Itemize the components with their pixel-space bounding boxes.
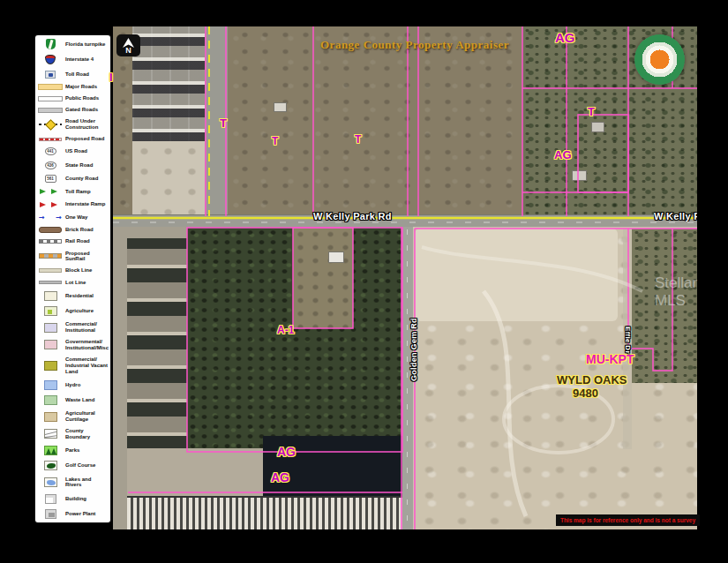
legend-item-label: Commercial/ Industrial Vacant Land <box>65 357 109 374</box>
map-viewport[interactable]: N <box>113 26 697 529</box>
curtilage-swatch <box>44 412 57 422</box>
proposed-road-swatch <box>39 138 62 141</box>
county-boundary-icon <box>44 429 57 439</box>
legend-item: Toll Road <box>38 71 109 79</box>
legend-item-label: Major Roads <box>65 84 109 90</box>
legend-item-label: Lakes and Rivers <box>65 477 109 489</box>
legend-item-label: Proposed SunRail <box>65 251 109 263</box>
legend-item-label: Agriculture <box>65 308 109 314</box>
aerial-dark-pond <box>263 436 402 496</box>
legend-item-label: State Road <box>65 162 109 169</box>
north-label: N <box>125 47 131 54</box>
legend-item-label: Golf Course <box>65 462 109 469</box>
lot-line-swatch <box>39 281 62 284</box>
legend-item: Proposed Road <box>38 136 109 142</box>
legend-item: One Way <box>38 214 109 221</box>
legend-item-label: Public Roads <box>65 95 109 101</box>
toll-road-icon <box>45 71 56 79</box>
legend-item-label: Brick Road <box>65 227 109 233</box>
legend-item: Residential <box>38 291 109 301</box>
legend-item: Lakes and Rivers <box>38 477 109 489</box>
legend-item: Proposed SunRail <box>38 251 109 263</box>
legend-item: Waste Land <box>38 395 109 405</box>
governmental-swatch <box>44 340 57 349</box>
legend-item: Toll Ramp <box>38 188 109 195</box>
residential-swatch <box>44 291 57 301</box>
gated-roads-swatch <box>38 108 63 113</box>
legend-item: County Boundary <box>38 428 109 440</box>
legend-item: Public Roads <box>38 95 109 101</box>
power-plant-icon <box>45 509 56 519</box>
aerial-storage-units-row <box>127 496 402 529</box>
legend-item-label: Interstate 4 <box>65 56 109 63</box>
legend-item-label: Toll Ramp <box>65 189 109 195</box>
legend-item-label: Block Line <box>65 267 109 274</box>
legend-item-label: Waste Land <box>65 397 109 403</box>
legend-item: Lot Line <box>38 280 109 286</box>
aerial-house-field <box>274 102 287 112</box>
aerial-inner-clearing-parcel <box>293 228 353 328</box>
aerial-golden-gem-road <box>402 227 413 529</box>
industrial-swatch <box>44 361 57 371</box>
map-disclaimer: This map is for reference only and is no… <box>556 514 700 526</box>
state-road-icon: 436 <box>45 161 56 169</box>
legend-item-label: Residential <box>65 293 109 299</box>
legend-item-label: Florida turnpike <box>65 41 109 48</box>
legend-item-label: Agricultural Curtilage <box>65 410 109 423</box>
aerial-effie-drive <box>623 229 632 449</box>
legend-item: Governmental/ Institutional/Misc <box>38 339 109 351</box>
legend-item-label: Parks <box>65 447 109 454</box>
legend-item-label: Road Under Construction <box>65 118 109 131</box>
aerial-kelly-park-road <box>113 214 697 228</box>
county-appraiser-seal <box>634 34 685 85</box>
legend-item: Agricultural Curtilage <box>38 410 109 423</box>
sunrail-swatch <box>39 253 62 259</box>
aerial-house-east-parcel <box>591 122 604 132</box>
legend-item-label: Gated Roads <box>65 107 109 113</box>
county-road-icon: 561 <box>45 175 56 183</box>
legend-item-label: Hydro <box>65 382 109 388</box>
legend-item: Agriculture <box>38 306 109 316</box>
aerial-bright-dirt-patch <box>415 229 618 321</box>
legend-item-label: Proposed Road <box>65 136 109 142</box>
aerial-cleared-dirt-nw <box>132 141 207 216</box>
interstate-icon <box>45 55 56 64</box>
legend-item-label: Lot Line <box>65 280 109 286</box>
legend-item: Major Roads <box>38 84 109 90</box>
legend-item: Florida turnpike <box>38 39 109 49</box>
legend-item-label: Commercial/ Institutional <box>65 321 109 334</box>
hydro-swatch <box>44 380 57 390</box>
toll-ramp-icon <box>39 188 62 195</box>
legend-item-label: County Boundary <box>65 428 109 440</box>
legend-item: Road Under Construction <box>38 118 109 131</box>
legend-item: 436 State Road <box>38 161 109 169</box>
aerial-house-clearing <box>328 251 344 263</box>
one-way-icon <box>39 214 62 221</box>
legend-item: Parks <box>38 446 109 455</box>
major-roads-swatch <box>38 84 63 90</box>
parks-icon <box>44 446 57 455</box>
aerial-warehouse-rows <box>127 238 187 450</box>
legend-list: Florida turnpike Interstate 4 Toll Road … <box>35 35 110 522</box>
aerial-house-ag-parcel <box>572 170 587 181</box>
legend-item: Rail Road <box>38 238 109 244</box>
legend-item: Commercial/ Institutional <box>38 321 109 334</box>
legend-item: 561 County Road <box>38 175 109 183</box>
legend-item-label: Building <box>65 496 109 502</box>
legend-item-label: Interstate Ramp <box>65 201 109 207</box>
legend-item-label: Governmental/ Institutional/Misc <box>65 339 109 351</box>
stellar-mls-watermark: Stellar MLS <box>655 274 728 310</box>
legend-item: Power Plant <box>38 509 109 519</box>
legend-item: Block Line <box>38 267 109 274</box>
rail-road-swatch <box>39 239 62 244</box>
north-arrow: N <box>116 34 140 56</box>
block-line-swatch <box>39 268 62 273</box>
legend-item: Interstate Ramp <box>38 201 109 208</box>
legend-item: 441 US Road <box>38 147 109 155</box>
legend-item: Hydro <box>38 380 109 390</box>
legend-item-label: Rail Road <box>65 238 109 244</box>
legend-item: Commercial/ Industrial Vacant Land <box>38 357 109 374</box>
legend-panel: Florida turnpike Interstate 4 Toll Road … <box>35 35 110 522</box>
legend-item-label: US Road <box>65 148 109 154</box>
us-road-icon: 441 <box>45 147 56 155</box>
